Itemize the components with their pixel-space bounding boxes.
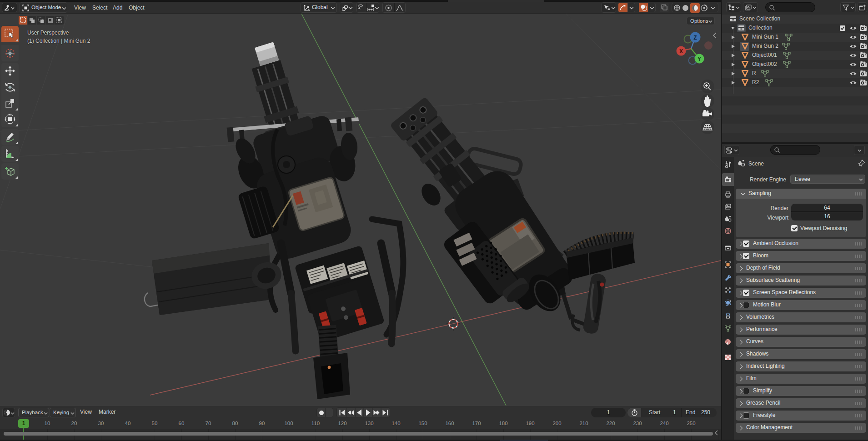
svg-text:Y: Y	[697, 56, 701, 62]
svg-text:Z: Z	[693, 35, 697, 41]
svg-text:X: X	[679, 48, 683, 55]
